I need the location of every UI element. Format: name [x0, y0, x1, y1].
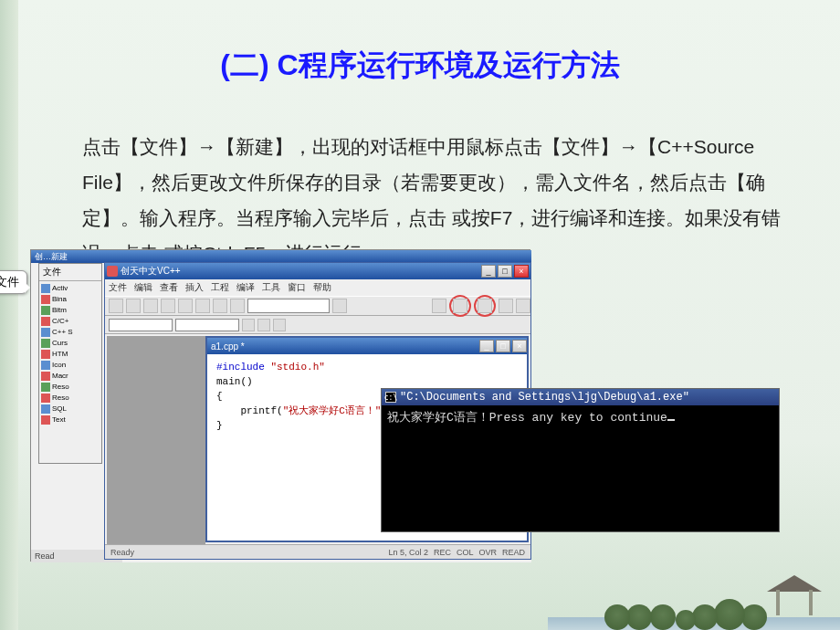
list-item[interactable]: Bitm: [41, 305, 100, 316]
slide-decoration: [548, 557, 840, 630]
list-item[interactable]: Reso: [41, 382, 100, 393]
toolbar-new-icon[interactable]: [109, 299, 123, 313]
ide-title-text: 创天中文VC++: [121, 265, 181, 278]
status-rec: REC: [434, 548, 451, 557]
editor-filename: a1.cpp *: [211, 341, 245, 352]
close-button[interactable]: ×: [514, 265, 529, 278]
list-item[interactable]: SQL: [41, 404, 100, 415]
toolbar-misc-icon[interactable]: [242, 319, 255, 331]
minimize-button[interactable]: _: [481, 265, 496, 278]
toolbar-stop-icon[interactable]: [499, 299, 513, 313]
menu-build[interactable]: 编译: [236, 281, 255, 294]
editor-maximize-button[interactable]: □: [496, 340, 510, 352]
dialog-body: 文件 Activ Bina Bitm C/C+ C++ S Curs HTM I…: [38, 263, 102, 464]
list-item[interactable]: Icon: [41, 360, 100, 371]
file-menu-callout: 文件: [0, 270, 27, 294]
menu-help[interactable]: 帮助: [313, 281, 331, 294]
status-col: COL: [457, 548, 474, 557]
status-ovr: OVR: [478, 548, 497, 557]
toolbar-paste-icon[interactable]: [195, 299, 210, 313]
toolbar-copy-icon[interactable]: [178, 299, 193, 313]
menu-view[interactable]: 查看: [160, 281, 178, 294]
console-titlebar: c:\ "C:\Documents and Settings\ljg\Debug…: [382, 389, 779, 405]
app-icon: [107, 266, 118, 277]
pavilion-icon: [767, 575, 822, 621]
editor-minimize-button[interactable]: _: [479, 340, 494, 352]
toolbar-misc-icon[interactable]: [273, 319, 286, 331]
toolbar-open-icon[interactable]: [126, 299, 141, 313]
cursor-position: Ln 5, Col 2: [388, 548, 428, 557]
status-read: READ: [502, 548, 525, 557]
list-item[interactable]: Macr: [41, 371, 100, 382]
status-ready: Ready: [110, 548, 134, 557]
list-item[interactable]: HTM: [41, 349, 100, 360]
menu-insert[interactable]: 插入: [185, 281, 204, 294]
editor-close-button[interactable]: ×: [512, 340, 527, 352]
list-item[interactable]: C/C+: [41, 316, 100, 327]
toolbar-run-icon[interactable]: [478, 299, 492, 313]
toolbar-redo-icon[interactable]: [230, 299, 245, 313]
toolbar-build-icon[interactable]: [432, 299, 446, 313]
toolbar-main: [105, 296, 530, 316]
compile-button-highlight: [449, 295, 471, 317]
toolbar-cut-icon[interactable]: [161, 299, 175, 313]
class-combo[interactable]: [109, 319, 173, 331]
member-combo[interactable]: [175, 319, 239, 331]
toolbar-compile-icon[interactable]: [453, 299, 467, 313]
list-item[interactable]: Bina: [41, 294, 100, 305]
editor-titlebar: a1.cpp * _ □ ×: [207, 338, 527, 354]
menu-project[interactable]: 工程: [211, 281, 229, 294]
ide-statusbar: Ready Ln 5, Col 2 REC COL OVR READ: [105, 544, 530, 559]
list-item[interactable]: Text: [41, 415, 100, 425]
toolbar-save-icon[interactable]: [143, 299, 158, 313]
ide-titlebar: 创天中文VC++ _ □ ×: [105, 263, 530, 279]
toolbar-combo[interactable]: [247, 299, 330, 313]
list-item[interactable]: Reso: [41, 393, 100, 404]
dialog-tab-files[interactable]: 文件: [39, 264, 101, 281]
console-title-text: "C:\Documents and Settings\ljg\Debug\a1.…: [400, 391, 689, 404]
console-output-text: 祝大家学好C语言！Press any key to continue: [387, 411, 667, 425]
console-cursor: [667, 419, 675, 421]
console-window: c:\ "C:\Documents and Settings\ljg\Debug…: [381, 388, 780, 532]
list-item[interactable]: C++ S: [41, 327, 100, 338]
console-output: 祝大家学好C语言！Press any key to continue: [382, 405, 779, 429]
dialog-titlebar: 创…新建: [31, 250, 531, 263]
toolbar-go-icon[interactable]: [516, 299, 530, 313]
menu-file[interactable]: 文件: [109, 281, 127, 294]
list-item[interactable]: Curs: [41, 338, 100, 349]
toolbar-secondary: [105, 316, 530, 334]
slide-title: (二) C程序运行环境及运行方法: [0, 46, 840, 86]
maximize-button[interactable]: □: [498, 265, 512, 278]
menu-edit[interactable]: 编辑: [134, 281, 152, 294]
toolbar-find-icon[interactable]: [332, 299, 347, 313]
menu-window[interactable]: 窗口: [288, 281, 306, 294]
menubar: 文件 编辑 查看 插入 工程 编译 工具 窗口 帮助: [105, 279, 530, 296]
toolbar-misc-icon[interactable]: [257, 319, 270, 331]
cmd-icon: c:\: [385, 392, 396, 403]
run-button-highlight: [474, 295, 496, 317]
menu-tools[interactable]: 工具: [262, 281, 280, 294]
toolbar-undo-icon[interactable]: [213, 299, 227, 313]
file-type-list[interactable]: Activ Bina Bitm C/C+ C++ S Curs HTM Icon…: [39, 281, 101, 427]
list-item[interactable]: Activ: [41, 283, 100, 294]
